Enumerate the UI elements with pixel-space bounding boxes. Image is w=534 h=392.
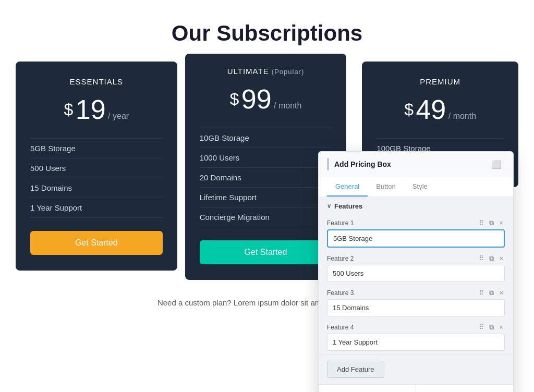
- currency-ultimate: $: [230, 90, 239, 109]
- price-display-ultimate: $ 99 / month: [200, 83, 332, 115]
- features-label: Features: [334, 202, 362, 210]
- card-title-premium: PREMIUM: [377, 77, 504, 86]
- page-title: Our Subscriptions: [0, 21, 534, 46]
- feature-2-actions: ⠿ ⧉ ×: [477, 254, 505, 263]
- currency-premium: $: [404, 100, 414, 119]
- feature-1-header: Feature 1 ⠿ ⧉ ×: [327, 218, 505, 227]
- get-started-essentials[interactable]: Get Started: [30, 231, 163, 255]
- feature-3-drag-btn[interactable]: ⠿: [477, 288, 486, 297]
- tab-style[interactable]: Style: [404, 177, 436, 197]
- cancel-button[interactable]: Cancel: [416, 385, 513, 392]
- tab-button[interactable]: Button: [368, 177, 404, 197]
- feature-item-2: Feature 2 ⠿ ⧉ × 500 Users: [319, 251, 513, 285]
- feature-essentials-1: 5GB Storage: [30, 138, 163, 158]
- feature-2-copy-btn[interactable]: ⧉: [488, 254, 495, 263]
- feature-2-drag-btn[interactable]: ⠿: [477, 254, 486, 263]
- feature-2-delete-btn[interactable]: ×: [497, 254, 505, 263]
- custom-plan-text: Need a custom plan? Lorem ipsum dolor si…: [157, 298, 330, 307]
- panel-footer-actions: Save Cancel: [319, 384, 513, 392]
- features-list-ultimate: 10GB Storage 1000 Users 20 Domains Lifet…: [200, 128, 332, 227]
- feature-4-delete-btn[interactable]: ×: [497, 323, 505, 332]
- period-premium: / month: [448, 112, 476, 120]
- feature-ultimate-4: Lifetime Support: [200, 188, 332, 207]
- add-feature-button[interactable]: Add Feature: [327, 361, 384, 378]
- feature-ultimate-3: 20 Domains: [200, 168, 332, 188]
- panel-tabs: General Button Style: [319, 177, 513, 197]
- feature-1-input[interactable]: [327, 229, 505, 248]
- popular-badge: (Popular): [272, 68, 304, 76]
- feature-4-copy-btn[interactable]: ⧉: [488, 323, 495, 332]
- feature-item-3: Feature 3 ⠿ ⧉ × 15 Domains: [319, 285, 513, 320]
- feature-1-copy-btn[interactable]: ⧉: [488, 218, 495, 227]
- tab-general[interactable]: General: [327, 177, 368, 197]
- feature-1-label: Feature 1: [327, 219, 354, 227]
- header-section: Our Subscriptions: [0, 0, 534, 62]
- feature-essentials-4: 1 Year Support: [30, 198, 163, 218]
- add-pricing-box-panel: Add Pricing Box ⬜ General Button Style ∨…: [318, 151, 514, 392]
- feature-2-header: Feature 2 ⠿ ⧉ ×: [327, 254, 505, 263]
- price-premium: 49: [416, 94, 446, 125]
- feature-3-copy-btn[interactable]: ⧉: [488, 288, 495, 297]
- feature-3-actions: ⠿ ⧉ ×: [477, 288, 505, 297]
- page-wrapper: Our Subscriptions ESSENTIALS $ 19 / year…: [0, 0, 534, 392]
- features-list-essentials: 5GB Storage 500 Users 15 Domains 1 Year …: [30, 138, 163, 218]
- panel-title: Add Pricing Box: [334, 160, 488, 168]
- feature-2-label: Feature 2: [327, 255, 354, 262]
- save-button[interactable]: Save: [319, 385, 416, 392]
- feature-item-1: Feature 1 ⠿ ⧉ ×: [319, 215, 513, 251]
- feature-ultimate-1: 10GB Storage: [200, 128, 332, 148]
- price-ultimate: 99: [241, 84, 272, 114]
- feature-3-value: 15 Domains: [327, 299, 505, 316]
- feature-4-actions: ⠿ ⧉ ×: [477, 323, 505, 332]
- panel-body: ∨ Features Feature 1 ⠿ ⧉ × Feature: [319, 197, 513, 384]
- feature-3-delete-btn[interactable]: ×: [497, 288, 505, 297]
- period-essentials: / year: [108, 112, 129, 120]
- feature-essentials-3: 15 Domains: [30, 178, 163, 198]
- feature-ultimate-2: 1000 Users: [200, 148, 332, 168]
- add-feature-section: Add Feature: [319, 354, 513, 384]
- currency-essentials: $: [64, 100, 74, 119]
- feature-3-header: Feature 3 ⠿ ⧉ ×: [327, 288, 505, 297]
- feature-essentials-2: 500 Users: [30, 158, 163, 178]
- feature-2-value: 500 Users: [327, 265, 505, 282]
- pricing-card-essentials: ESSENTIALS $ 19 / year 5GB Storage 500 U…: [16, 62, 177, 271]
- feature-4-header: Feature 4 ⠿ ⧉ ×: [327, 323, 505, 332]
- card-title-essentials: ESSENTIALS: [30, 77, 163, 86]
- price-display-premium: $ 49 / month: [377, 94, 504, 125]
- minimize-button[interactable]: ⬜: [488, 158, 505, 170]
- chevron-down-icon: ∨: [327, 203, 331, 210]
- feature-1-delete-btn[interactable]: ×: [497, 218, 505, 227]
- feature-item-4: Feature 4 ⠿ ⧉ × 1 Year Support: [319, 320, 513, 354]
- feature-1-actions: ⠿ ⧉ ×: [477, 218, 505, 227]
- card-title-ultimate: ULTIMATE (Popular): [200, 67, 332, 76]
- period-ultimate: / month: [274, 101, 301, 110]
- price-essentials: 19: [76, 94, 106, 125]
- panel-header: Add Pricing Box ⬜: [319, 152, 513, 177]
- get-started-ultimate[interactable]: Get Started: [200, 240, 332, 264]
- drag-handle[interactable]: [327, 158, 329, 170]
- price-display-essentials: $ 19 / year: [30, 94, 163, 125]
- feature-1-drag-btn[interactable]: ⠿: [477, 218, 486, 227]
- feature-ultimate-5: Concierge Migration: [200, 207, 332, 227]
- feature-3-label: Feature 3: [327, 289, 354, 297]
- feature-4-drag-btn[interactable]: ⠿: [477, 323, 486, 332]
- feature-4-value: 1 Year Support: [327, 334, 505, 351]
- feature-4-label: Feature 4: [327, 324, 354, 331]
- features-section-header: ∨ Features: [319, 197, 513, 215]
